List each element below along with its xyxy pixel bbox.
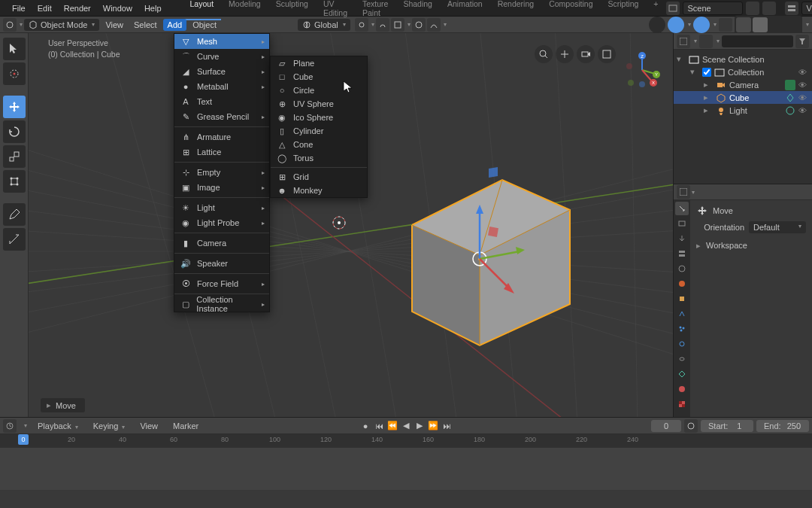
eye-icon[interactable]: 👁 bbox=[798, 81, 809, 90]
timeline-view[interactable]: View bbox=[135, 420, 162, 432]
mesh-cylinder[interactable]: ▯ Cylinder bbox=[271, 124, 367, 138]
outliner-camera[interactable]: ▸ Camera 👁 bbox=[674, 78, 812, 91]
add-force-field[interactable]: ⦿ Force Field ▸ bbox=[174, 276, 269, 291]
playhead[interactable]: 0 bbox=[18, 434, 29, 445]
timeline-playback[interactable]: Playback ▾ bbox=[33, 420, 83, 432]
props-tab-particles[interactable] bbox=[675, 322, 689, 336]
jump-start-icon[interactable]: ⏮ bbox=[373, 420, 385, 432]
tab-sculpting[interactable]: Sculpting bbox=[268, 0, 316, 20]
add-speaker[interactable]: 🔊 Speaker bbox=[174, 256, 269, 271]
play-reverse-icon[interactable]: ◀ bbox=[400, 420, 412, 432]
menu-edit[interactable]: Edit bbox=[32, 2, 58, 15]
props-tab-world[interactable] bbox=[675, 277, 689, 291]
timeline-keying[interactable]: Keying ▾ bbox=[89, 420, 130, 432]
props-tab-output[interactable] bbox=[675, 232, 689, 245]
keyframe-next-icon[interactable]: ⏩ bbox=[427, 420, 439, 432]
tab-animation[interactable]: Animation bbox=[440, 0, 490, 20]
outliner-search-field[interactable] bbox=[722, 35, 793, 47]
operator-toast[interactable]: ▸ Move bbox=[41, 398, 85, 412]
tool-annotate[interactable] bbox=[3, 203, 26, 226]
add-collection-instance[interactable]: ▢ Collection Instance ▸ bbox=[174, 297, 269, 312]
timeline-marker[interactable]: Marker bbox=[168, 420, 203, 432]
props-tab-tool[interactable] bbox=[675, 202, 689, 215]
props-tab-view-layer[interactable] bbox=[675, 247, 689, 260]
scene-new-icon[interactable] bbox=[746, 2, 759, 15]
tool-rotate[interactable] bbox=[3, 120, 26, 143]
tab-uv-editing[interactable]: UV Editing bbox=[316, 0, 355, 20]
collection-checkbox[interactable] bbox=[702, 68, 711, 77]
props-tab-physics[interactable] bbox=[675, 337, 689, 351]
tab-rendering[interactable]: Rendering bbox=[490, 0, 541, 20]
props-tab-modifiers[interactable] bbox=[675, 307, 689, 321]
add-lattice[interactable]: ⊞ Lattice bbox=[174, 144, 269, 160]
props-tab-texture[interactable] bbox=[675, 397, 689, 411]
timeline-ruler[interactable]: 0 20 40 60 80 100 120 140 160 180 200 22… bbox=[0, 434, 812, 448]
zoom-icon[interactable] bbox=[535, 45, 553, 63]
overlay-toggle-icon[interactable] bbox=[693, 17, 710, 33]
editor-type-icon[interactable] bbox=[3, 18, 17, 32]
add-light-probe[interactable]: ◉ Light Probe ▸ bbox=[174, 215, 269, 230]
xray-icon[interactable] bbox=[719, 18, 732, 32]
disclosure-icon[interactable]: ▾ bbox=[677, 54, 686, 64]
material-shading-icon[interactable] bbox=[769, 17, 784, 32]
add-mesh[interactable]: ▽ Mesh ▸ bbox=[174, 34, 269, 49]
auto-keyframe-icon[interactable]: ● bbox=[359, 420, 371, 432]
tool-select-box[interactable] bbox=[3, 38, 26, 60]
mesh-cone[interactable]: △ Cone bbox=[271, 138, 367, 151]
scene-delete-icon[interactable] bbox=[762, 2, 776, 15]
current-frame-field[interactable]: 0 bbox=[651, 420, 681, 432]
scene-browse-icon[interactable] bbox=[666, 2, 680, 15]
outliner-collection[interactable]: ▾ Collection 👁 bbox=[674, 65, 812, 78]
jump-end-icon[interactable]: ⏭ bbox=[441, 420, 453, 432]
move-view-icon[interactable] bbox=[556, 45, 574, 63]
props-tab-data[interactable] bbox=[675, 367, 689, 381]
timeline-track[interactable] bbox=[0, 448, 812, 490]
disclosure-icon[interactable]: ▸ bbox=[704, 93, 713, 102]
outliner-cube[interactable]: ▸ Cube 👁 bbox=[674, 91, 812, 104]
orientation-select[interactable]: Default ▾ bbox=[749, 221, 806, 233]
add-camera[interactable]: ▮ Camera bbox=[174, 236, 269, 251]
add-grease-pencil[interactable]: ✎ Grease Pencil ▸ bbox=[174, 109, 269, 124]
tab-shading[interactable]: Shading bbox=[395, 0, 440, 20]
eye-icon[interactable]: 👁 bbox=[798, 93, 809, 102]
tab-modeling[interactable]: Modeling bbox=[221, 0, 268, 20]
preview-range-icon[interactable] bbox=[684, 419, 698, 433]
timeline-editor-icon[interactable] bbox=[3, 419, 17, 433]
workspace-section[interactable]: ▸ Workspace bbox=[696, 238, 806, 254]
add-surface[interactable]: ◢ Surface ▸ bbox=[174, 64, 269, 79]
keyframe-prev-icon[interactable]: ⏪ bbox=[386, 420, 398, 432]
mesh-plane[interactable]: ▱ Plane bbox=[271, 56, 367, 70]
mesh-grid[interactable]: ⊞ Grid bbox=[271, 170, 367, 184]
mesh-ico-sphere[interactable]: ◉ Ico Sphere bbox=[271, 111, 367, 124]
tab-compositing[interactable]: Compositing bbox=[541, 0, 600, 20]
header-object[interactable]: Object bbox=[188, 19, 221, 31]
outliner-filter-icon[interactable] bbox=[795, 35, 809, 48]
props-tab-constraints[interactable] bbox=[675, 352, 689, 366]
disclosure-icon[interactable]: ▾ bbox=[690, 67, 699, 77]
add-light[interactable]: ☀ Light ▸ bbox=[174, 200, 269, 215]
gizmo-toggle-icon[interactable] bbox=[668, 17, 684, 33]
tool-scale[interactable] bbox=[3, 145, 26, 168]
snap-icon[interactable] bbox=[376, 18, 389, 32]
solid-shading-icon[interactable] bbox=[753, 17, 768, 32]
outliner-tree[interactable]: ▾ Scene Collection ▾ Collection 👁 ▸ Came… bbox=[674, 50, 812, 184]
props-tab-scene[interactable] bbox=[675, 262, 689, 275]
scene-name-field[interactable]: Scene bbox=[683, 2, 743, 15]
outliner-display-icon[interactable] bbox=[699, 35, 713, 48]
mesh-uv-sphere[interactable]: ⊕ UV Sphere bbox=[271, 97, 367, 111]
add-armature[interactable]: ⋔ Armature bbox=[174, 129, 269, 144]
tool-cursor[interactable] bbox=[3, 62, 26, 85]
tool-measure[interactable] bbox=[3, 228, 26, 251]
header-select[interactable]: Select bbox=[129, 19, 162, 31]
pivot-icon[interactable] bbox=[355, 18, 368, 32]
add-curve[interactable]: ⌒ Curve ▸ bbox=[174, 49, 269, 64]
header-view[interactable]: View bbox=[101, 19, 128, 31]
mesh-torus[interactable]: ◯ Torus bbox=[271, 151, 367, 165]
props-tab-render[interactable] bbox=[675, 217, 689, 230]
perspective-toggle-icon[interactable] bbox=[598, 45, 616, 63]
collection-visibility-icon[interactable] bbox=[649, 17, 665, 33]
tool-move[interactable] bbox=[3, 96, 26, 118]
camera-data-icon[interactable] bbox=[785, 80, 795, 90]
light-data-icon[interactable] bbox=[785, 105, 795, 116]
eye-icon[interactable]: 👁 bbox=[798, 106, 809, 115]
